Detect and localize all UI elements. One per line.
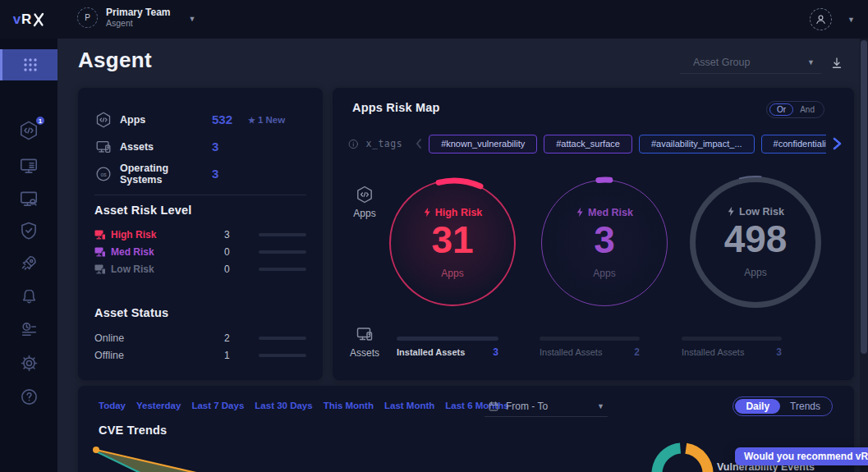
status-row-online[interactable]: Online 2	[94, 329, 306, 347]
rocket-icon	[18, 253, 39, 274]
page-scrollbar[interactable]	[860, 39, 868, 472]
installed-assets-row-high: Installed Assets 3	[397, 346, 498, 358]
low-risk-gauge-sub: Apps	[744, 267, 766, 278]
sidebar-item-dashboard[interactable]	[0, 49, 57, 80]
tag-availability-impact[interactable]: #availability_impact_...	[639, 135, 755, 154]
logo-x-icon	[33, 12, 44, 27]
med-risk-gauge-sub: Apps	[593, 268, 615, 279]
assets-summary-row[interactable]: Assets 3	[94, 133, 306, 160]
tag-known-vulnerability[interactable]: #known_vulnerability	[429, 135, 537, 154]
apps-risk-map-card: Apps Risk Map Or And x_tags #known_vulne…	[333, 88, 854, 380]
assets-rail: Assets	[344, 324, 385, 359]
sidebar-item-software[interactable]	[0, 154, 57, 177]
med-risk-gauge[interactable]: Med Risk 3 Apps	[541, 180, 668, 306]
tag-attack-surface[interactable]: #attack_surface	[544, 135, 632, 154]
calendar-icon	[488, 401, 499, 412]
filter-last-30-days[interactable]: Last 30 Days	[255, 401, 312, 410]
gear-icon	[19, 353, 39, 373]
history-list-icon	[19, 319, 39, 340]
tags-scroll-left-button[interactable]	[414, 138, 424, 149]
sidebar-item-activity-log[interactable]	[0, 318, 57, 341]
sidebar-item-deploy[interactable]	[0, 252, 57, 275]
page-title: Asgent	[78, 48, 152, 73]
user-icon	[814, 12, 828, 26]
installed-assets-bar-high	[397, 337, 498, 341]
chevron-down-icon: ▼	[597, 402, 604, 410]
risk-row-high[interactable]: High Risk 3	[94, 226, 306, 243]
trends-option[interactable]: Trends	[780, 399, 830, 414]
high-risk-label: High Risk	[111, 229, 224, 241]
installed-assets-label: Installed Assets	[682, 347, 744, 357]
daily-option[interactable]: Daily	[735, 399, 780, 414]
apps-label: Apps	[120, 114, 212, 126]
scrollbar-thumb[interactable]	[861, 40, 867, 354]
recommend-survey-tooltip[interactable]: Would you recommend vRx?	[735, 447, 868, 465]
bolt-icon	[423, 207, 431, 218]
tag-confidentiality-impact[interactable]: #confidentiality_i	[761, 135, 826, 154]
sidebar-item-assets[interactable]	[0, 187, 57, 210]
online-bar	[259, 337, 306, 340]
filter-last-7-days[interactable]: Last 7 Days	[191, 401, 244, 410]
os-summary-row[interactable]: os Operating Systems 3	[94, 160, 306, 187]
xtags-field-label: x_tags	[366, 138, 403, 149]
daily-trends-toggle[interactable]: Daily Trends	[733, 396, 833, 416]
bolt-icon	[576, 207, 584, 218]
from-to-date-picker[interactable]: From - To ▼	[485, 396, 608, 417]
med-risk-apps-count: 3	[594, 220, 615, 259]
os-label: Operating Systems	[120, 163, 212, 186]
high-risk-gauge[interactable]: High Risk 31 Apps	[389, 180, 516, 306]
low-risk-bar	[259, 268, 306, 271]
risk-row-low[interactable]: Low Risk 0	[94, 260, 306, 277]
download-icon	[829, 56, 844, 71]
sidebar-item-help[interactable]	[0, 385, 57, 408]
low-risk-gauge[interactable]: Low Risk 498 Apps	[690, 176, 821, 308]
apps-hexagon-icon	[94, 111, 113, 129]
installed-assets-count: 3	[776, 346, 782, 358]
help-circle-icon	[19, 387, 39, 407]
or-option[interactable]: Or	[769, 103, 793, 116]
sidebar-item-notifications[interactable]	[0, 285, 57, 308]
svg-text:os: os	[100, 171, 107, 176]
team-selector[interactable]: P Primary Team Asgent ▼	[77, 7, 195, 29]
asset-group-select[interactable]: Asset Group ▼	[680, 51, 821, 74]
vulnerability-events-donut	[651, 441, 714, 472]
asset-risk-level-title: Asset Risk Level	[94, 204, 306, 217]
installed-assets-label: Installed Assets	[397, 347, 465, 357]
sidebar-item-security[interactable]	[0, 219, 57, 242]
med-risk-gauge-label: Med Risk	[576, 207, 633, 218]
online-count: 2	[224, 332, 259, 344]
tags-scroll-right-button[interactable]	[831, 136, 843, 151]
info-icon[interactable]	[347, 138, 360, 150]
asset-status-section: Asset Status Online 2 Offline 1	[94, 306, 306, 364]
apps-count: 532	[212, 112, 248, 126]
status-row-offline[interactable]: Offline 1	[94, 347, 306, 365]
sidebar-item-apps[interactable]: 1	[0, 121, 57, 144]
med-risk-count: 0	[224, 246, 259, 258]
chevron-right-icon	[831, 136, 843, 151]
filter-yesterday[interactable]: Yesterday	[136, 401, 181, 410]
or-and-toggle[interactable]: Or And	[766, 101, 824, 118]
download-button[interactable]	[829, 56, 844, 74]
vrx-dashboard: vR P Primary Team Asgent ▼ ▼	[0, 0, 868, 472]
offline-label: Offline	[94, 350, 224, 361]
user-menu-caret[interactable]: ▼	[847, 16, 855, 24]
cve-trends-chart	[87, 443, 268, 472]
low-risk-gauge-label: Low Risk	[727, 206, 784, 218]
filter-last-month[interactable]: Last Month	[384, 401, 434, 410]
filter-this-month[interactable]: This Month	[324, 401, 374, 410]
logo-letter-r: R	[21, 11, 31, 28]
apps-summary-row[interactable]: Apps 532 ★1 New	[94, 106, 306, 133]
filter-today[interactable]: Today	[99, 401, 126, 410]
team-name: Primary Team	[106, 7, 171, 18]
risk-row-med[interactable]: Med Risk 0	[94, 243, 306, 260]
os-circle-icon: os	[94, 165, 113, 183]
sidebar-item-settings[interactable]	[0, 351, 57, 374]
asset-risk-level-section: Asset Risk Level High Risk 3 Med Risk 0	[94, 204, 306, 277]
and-option[interactable]: And	[793, 104, 821, 115]
cve-trends-title: CVE Trends	[99, 424, 167, 437]
vrx-logo[interactable]: vR	[0, 0, 57, 39]
high-risk-count: 3	[224, 229, 259, 241]
user-menu-button[interactable]	[810, 8, 832, 30]
bolt-icon	[727, 206, 735, 217]
apps-new-flag[interactable]: ★1 New	[248, 115, 285, 125]
